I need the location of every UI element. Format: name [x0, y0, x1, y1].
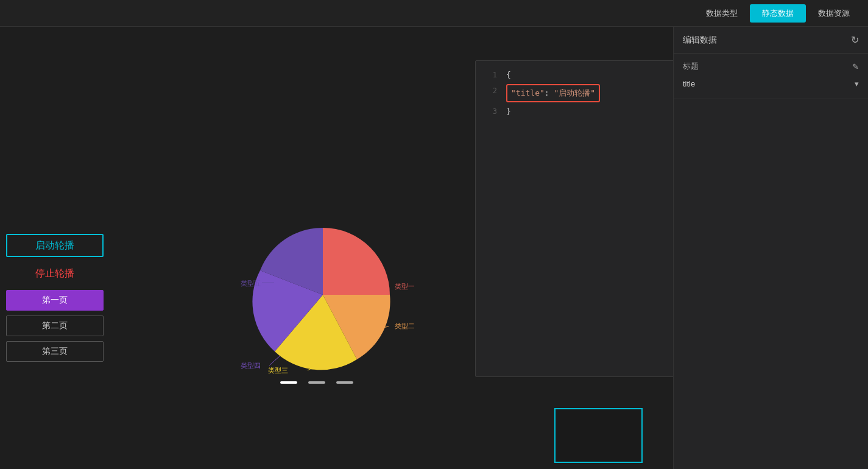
chevron-down-icon[interactable]: ▾: [855, 79, 859, 88]
dot-3[interactable]: [336, 381, 353, 384]
line-type4: [269, 356, 280, 365]
edit-icon[interactable]: ✎: [852, 62, 859, 71]
right-panel-title: 编辑数据: [683, 35, 717, 46]
static-data-button[interactable]: 静态数据: [750, 4, 806, 23]
label-type3: 类型三: [268, 367, 288, 374]
line-num-3: 3: [482, 105, 497, 118]
highlighted-code: "title": "启动轮播": [506, 84, 600, 102]
field-row: title ▾: [683, 77, 859, 91]
line-content-3: }: [506, 105, 673, 118]
line-content-2: "title": "启动轮播": [506, 84, 673, 102]
field-name-text: title: [683, 79, 695, 88]
right-panel: 编辑数据 ↻ 标题 ✎ title ▾: [673, 27, 868, 469]
data-source-button[interactable]: 数据资源: [806, 4, 862, 23]
page1-button[interactable]: 第一页: [6, 290, 104, 311]
code-editor-panel: 1 { 2 "title": "启动轮播" 3 }: [475, 60, 673, 377]
label-type1: 类型一: [395, 283, 414, 290]
code-line-1: 1 {: [476, 67, 673, 83]
start-carousel-button[interactable]: 启动轮播: [6, 234, 104, 257]
line-num-1: 1: [482, 68, 497, 82]
thumbnail-preview: [554, 408, 643, 463]
pagination-dots: [280, 381, 353, 384]
title-section: 标题 ✎ title ▾: [674, 54, 868, 99]
label-type5: 类型五: [241, 280, 261, 287]
stop-carousel-button[interactable]: 停止轮播: [6, 262, 104, 285]
code-editor[interactable]: 1 { 2 "title": "启动轮播" 3 }: [476, 61, 673, 125]
dot-2[interactable]: [308, 381, 325, 384]
left-controls: 启动轮播 停止轮播 第一页 第二页 第三页: [6, 234, 104, 362]
right-panel-header: 编辑数据 ↻: [674, 27, 868, 54]
dot-1[interactable]: [280, 381, 297, 384]
pie-slice-1: [323, 228, 390, 295]
label-type4: 类型四: [241, 362, 261, 369]
line-num-2: 2: [482, 84, 497, 97]
data-type-button[interactable]: 数据类型: [694, 4, 750, 23]
code-line-3: 3 }: [476, 104, 673, 119]
page3-button[interactable]: 第三页: [6, 341, 104, 362]
top-toolbar: 数据类型 静态数据 数据资源: [0, 0, 868, 27]
refresh-icon[interactable]: ↻: [851, 34, 859, 46]
section-label-text: 标题: [683, 61, 699, 72]
label-type2: 类型二: [395, 322, 414, 330]
section-label: 标题 ✎: [683, 61, 859, 72]
page2-button[interactable]: 第二页: [6, 316, 104, 336]
canvas-area: 启动轮播 停止轮播 第一页 第二页 第三页 类型一 类型二 类型三 类型四 类型…: [0, 27, 673, 469]
line-content-1: {: [506, 68, 673, 82]
pie-chart-area: 类型一 类型二 类型三 类型四 类型五: [231, 222, 414, 380]
pie-chart: 类型一 类型二 类型三 类型四 类型五: [231, 222, 414, 380]
code-line-2: 2 "title": "启动轮播": [476, 83, 673, 104]
